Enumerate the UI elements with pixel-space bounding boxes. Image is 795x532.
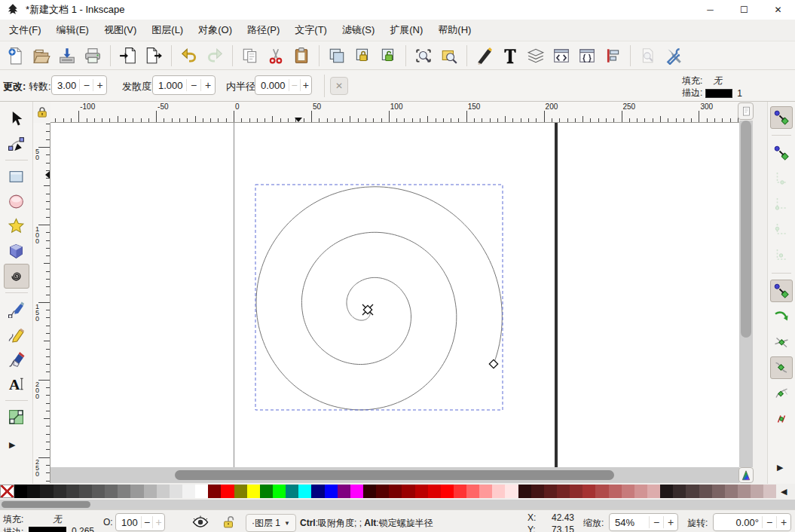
align-distribute-dialog-button[interactable] [600, 44, 625, 68]
opacity-value[interactable]: 100 [116, 517, 141, 528]
star-tool-button[interactable] [4, 214, 29, 239]
fill-value[interactable]: 无 [713, 75, 722, 87]
zoom-spinbox[interactable]: 54% − + [609, 513, 678, 531]
menu-item[interactable]: 视图(V) [96, 20, 144, 41]
palette-swatch-none[interactable] [0, 485, 14, 498]
snap-bounding-box-button[interactable] [770, 142, 793, 164]
menu-item[interactable]: 文字(T) [287, 20, 335, 41]
xml-editor-button[interactable] [549, 44, 574, 68]
palette-swatch[interactable] [118, 485, 130, 498]
open-document-button[interactable] [29, 44, 54, 68]
stroke-width-value[interactable]: 1 [737, 88, 742, 99]
option-spinbox[interactable]: 3.00−+ [51, 75, 107, 95]
gradient-tool-button[interactable] [4, 405, 29, 430]
undo-button[interactable] [176, 44, 202, 68]
palette-swatch[interactable] [751, 485, 763, 498]
fill-stroke-dialog-button[interactable] [472, 44, 497, 68]
palette-swatch[interactable] [595, 485, 608, 498]
palette-scrollbar-thumb[interactable] [2, 501, 90, 508]
palette-swatch[interactable] [647, 485, 660, 498]
ellipse-tool-button[interactable] [4, 189, 29, 214]
calligraphy-tool-button[interactable] [4, 347, 29, 371]
pen-tool-button[interactable] [4, 297, 29, 322]
palette-swatch[interactable] [40, 485, 53, 498]
vertical-scrollbar[interactable] [739, 121, 753, 467]
palette-swatch[interactable] [441, 485, 454, 498]
opacity-minus-button[interactable]: − [141, 516, 153, 528]
palette-swatch[interactable] [738, 485, 751, 498]
statusbar-fill-value[interactable]: 无 [53, 513, 62, 526]
palette-swatch[interactable] [402, 485, 414, 498]
palette-swatch[interactable] [479, 485, 492, 498]
unlink-clone-button[interactable] [375, 44, 401, 68]
zoom-value[interactable]: 54% [610, 517, 649, 528]
zoom-plus-button[interactable]: + [663, 516, 677, 528]
palette-swatch[interactable] [92, 485, 105, 498]
palette-swatch[interactable] [234, 485, 247, 498]
option-spinbox[interactable]: 0.000−+ [255, 75, 312, 95]
palette-swatch[interactable] [763, 485, 776, 498]
box-3d-tool-button[interactable] [4, 239, 29, 264]
import-document-button[interactable] [115, 44, 141, 68]
spiral-path[interactable] [256, 187, 502, 410]
duplicate-button[interactable] [324, 44, 350, 68]
save-document-button[interactable] [54, 44, 80, 68]
canvas[interactable] [50, 123, 739, 467]
palette-swatch[interactable] [247, 485, 260, 498]
menu-item[interactable]: 扩展(N) [382, 20, 430, 41]
snap-bbox-corners-button[interactable] [770, 193, 793, 216]
cut-button[interactable] [263, 44, 289, 68]
stroke-color-swatch[interactable] [705, 89, 732, 98]
palette-swatch[interactable] [454, 485, 466, 498]
spiral-center-handle[interactable] [362, 304, 373, 315]
preferences-button[interactable] [661, 44, 686, 68]
zoom-to-drawing-button[interactable] [436, 44, 462, 68]
option-spinbox[interactable]: 1.000−+ [152, 75, 216, 95]
menu-item[interactable]: 滤镜(S) [335, 20, 382, 41]
palette-swatch[interactable] [518, 485, 531, 498]
reset-defaults-button[interactable]: ✕ [330, 77, 348, 95]
snap-midpoints-button[interactable] [770, 408, 793, 430]
horizontal-ruler[interactable]: -100-50050100150200250300 [50, 102, 739, 123]
palette-swatch[interactable] [622, 485, 634, 498]
palette-swatch[interactable] [79, 485, 92, 498]
node-tool-button[interactable] [4, 131, 29, 156]
palette-swatch[interactable] [105, 485, 118, 498]
zoom-to-selection-button[interactable] [411, 44, 436, 68]
option-minus-button[interactable]: − [289, 79, 300, 91]
option-plus-button[interactable]: + [200, 79, 215, 91]
zoom-minus-button[interactable]: − [649, 516, 663, 528]
menu-item[interactable]: 路径(P) [240, 20, 287, 41]
selector-tool-button[interactable] [4, 106, 29, 131]
palette-swatch[interactable] [660, 485, 673, 498]
layer-selector[interactable]: ·图层 1 ▼ [246, 514, 296, 532]
palette-swatch[interactable] [325, 485, 338, 498]
palette-swatch[interactable] [699, 485, 712, 498]
text-dialog-button[interactable] [497, 44, 523, 68]
palette-swatch[interactable] [686, 485, 699, 498]
snap-nodes-button[interactable] [770, 280, 793, 302]
layers-dialog-button[interactable] [523, 44, 549, 68]
palette-swatch[interactable] [634, 485, 647, 498]
text-tool-button[interactable]: A [4, 371, 29, 396]
option-plus-button[interactable]: + [93, 79, 106, 91]
color-managed-display-button[interactable] [738, 467, 754, 483]
palette-swatch[interactable] [273, 485, 286, 498]
snap-toolbar-expander-icon[interactable]: ▶ [777, 463, 783, 472]
snap-to-paths-button[interactable] [770, 305, 793, 328]
rectangle-tool-button[interactable] [4, 164, 29, 189]
palette-swatch[interactable] [350, 485, 363, 498]
palette-swatch[interactable] [376, 485, 389, 498]
option-value[interactable]: 3.00 [52, 80, 79, 91]
palette-swatch[interactable] [725, 485, 738, 498]
palette-swatch[interactable] [27, 485, 40, 498]
redo-button[interactable] [202, 44, 228, 68]
palette-swatch[interactable] [298, 485, 311, 498]
palette-swatch[interactable] [260, 485, 273, 498]
palette-swatch[interactable] [428, 485, 441, 498]
maximize-button[interactable]: ☐ [727, 0, 761, 20]
palette-swatch[interactable] [505, 485, 518, 498]
palette-swatch[interactable] [66, 485, 79, 498]
export-png-button[interactable] [141, 44, 167, 68]
close-button[interactable]: ✕ [761, 0, 795, 20]
